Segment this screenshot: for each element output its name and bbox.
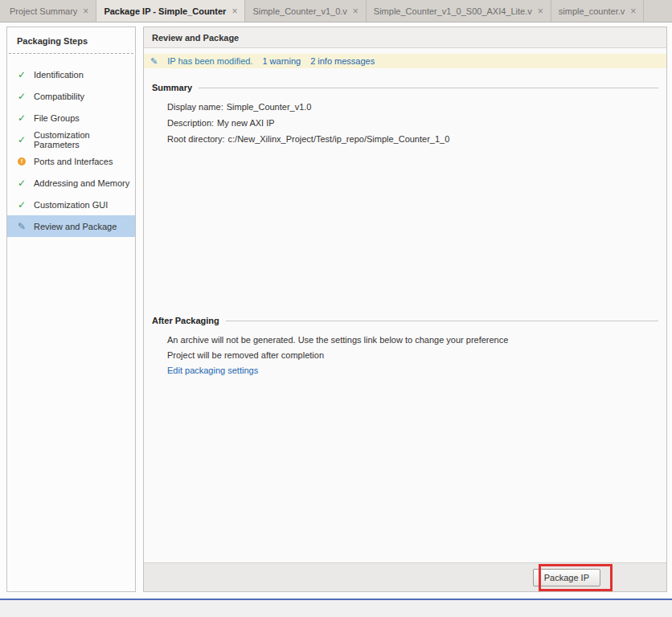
- sidebar-item-label: Review and Package: [34, 222, 117, 231]
- tab-simple-counter-v1-0-s00-axi4-lite[interactable]: Simple_Counter_v1_0_S00_AXI4_Lite.v ×: [367, 0, 551, 22]
- project-removed-note: Project will be removed after completion: [167, 350, 666, 360]
- warning-count-link[interactable]: 1 warning: [262, 56, 301, 66]
- sidebar-item-label: Addressing and Memory: [34, 178, 129, 188]
- sidebar-item-compatibility[interactable]: Compatibility: [7, 85, 135, 107]
- field-root-directory: Root directory: c:/New_Xilinx_Project/Te…: [167, 133, 666, 145]
- summary-fields: Display name: Simple_Counter_v1.0 Descri…: [167, 100, 666, 145]
- sidebar-item-customization-gui[interactable]: Customization GUI: [7, 194, 135, 215]
- close-icon[interactable]: ×: [83, 6, 88, 16]
- sidebar-item-label: Customization GUI: [34, 200, 108, 210]
- info-messages-link[interactable]: 2 info messages: [310, 56, 375, 66]
- sidebar-item-customization-parameters[interactable]: Customization Parameters: [7, 129, 135, 150]
- warning-icon: [18, 157, 26, 165]
- field-value: Simple_Counter_v1.0: [227, 102, 312, 112]
- tab-simple-counter-v[interactable]: simple_counter.v ×: [551, 0, 645, 22]
- field-description: Description: My new AXI IP: [167, 116, 666, 129]
- field-label: Display name:: [167, 102, 227, 112]
- ip-modified-text: IP has been modified.: [167, 56, 252, 66]
- close-icon[interactable]: ×: [353, 6, 359, 16]
- modification-notification-bar: IP has been modified. 1 warning 2 info m…: [144, 54, 666, 68]
- close-icon[interactable]: ×: [538, 6, 543, 16]
- sidebar-item-review-and-package[interactable]: Review and Package: [7, 215, 135, 237]
- sidebar-item-file-groups[interactable]: File Groups: [7, 107, 135, 129]
- tab-package-ip-simple-counter[interactable]: Package IP - Simple_Counter ×: [96, 0, 245, 22]
- tab-simple-counter-v1-0[interactable]: Simple_Counter_v1_0.v ×: [245, 0, 366, 22]
- check-icon: [17, 134, 27, 145]
- tab-label: Simple_Counter_v1_0_S00_AXI4_Lite.v: [374, 6, 532, 16]
- after-packaging-section-heading: After Packaging: [152, 316, 658, 325]
- review-and-package-panel: Review and Package IP has been modified.…: [143, 27, 667, 592]
- check-icon: [17, 178, 27, 189]
- tab-label: Package IP - Simple_Counter: [104, 6, 226, 16]
- field-display-name: Display name: Simple_Counter_v1.0: [167, 100, 666, 112]
- check-icon: [17, 91, 27, 102]
- tab-project-summary[interactable]: Project Summary ×: [2, 0, 96, 22]
- after-packaging-title: After Packaging: [152, 316, 219, 325]
- sidebar-item-label: Ports and Interfaces: [34, 157, 113, 166]
- page-title: Review and Package: [144, 27, 666, 48]
- packaging-steps-list: Identification Compatibility File Groups…: [7, 63, 135, 237]
- edit-packaging-settings-link[interactable]: Edit packaging settings: [167, 366, 258, 375]
- field-label: Description:: [167, 118, 217, 128]
- sidebar-item-label: Compatibility: [34, 92, 84, 101]
- packaging-steps-panel: Packaging Steps Identification Compatibi…: [6, 27, 136, 592]
- status-bar-area: [0, 600, 672, 617]
- sidebar-item-label: Identification: [34, 70, 84, 80]
- field-label: Root directory:: [167, 134, 228, 144]
- package-ip-button[interactable]: Package IP: [533, 569, 600, 586]
- tab-bar: Project Summary × Package IP - Simple_Co…: [0, 0, 672, 22]
- pencil-icon: [17, 221, 27, 232]
- sidebar-item-label: File Groups: [34, 113, 80, 123]
- sidebar-item-addressing-and-memory[interactable]: Addressing and Memory: [7, 172, 135, 194]
- check-icon: [17, 112, 27, 124]
- tab-label: simple_counter.v: [559, 6, 625, 16]
- after-packaging-text: An archive will not be generated. Use th…: [167, 335, 666, 375]
- tab-label: Simple_Counter_v1_0.v: [252, 6, 346, 16]
- packaging-steps-title: Packaging Steps: [7, 27, 135, 53]
- divider: [9, 53, 133, 54]
- pencil-icon: [150, 56, 158, 67]
- check-icon: [17, 199, 27, 210]
- check-icon: [17, 69, 27, 80]
- sidebar-item-ports-and-interfaces[interactable]: Ports and Interfaces: [7, 150, 135, 172]
- bottom-action-strip: Package IP: [144, 562, 666, 591]
- sidebar-item-identification[interactable]: Identification: [7, 63, 135, 85]
- close-icon[interactable]: ×: [232, 6, 237, 16]
- summary-title: Summary: [152, 83, 192, 92]
- sidebar-item-label: Customization Parameters: [34, 130, 135, 149]
- field-value: c:/New_Xilinx_Project/Test/ip_repo/Simpl…: [228, 134, 450, 144]
- close-icon[interactable]: ×: [630, 6, 636, 16]
- archive-note: An archive will not be generated. Use th…: [167, 335, 666, 345]
- tab-label: Project Summary: [10, 6, 77, 16]
- summary-section-heading: Summary: [152, 83, 658, 92]
- field-value: My new AXI IP: [217, 118, 275, 128]
